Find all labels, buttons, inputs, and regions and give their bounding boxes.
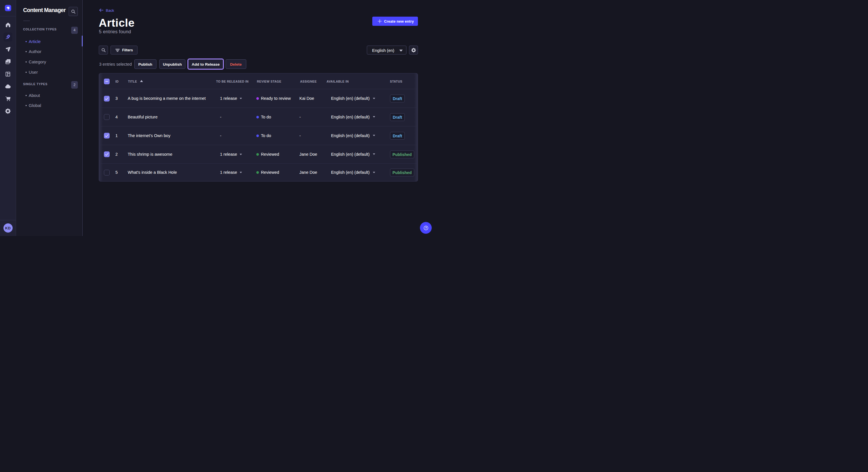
svg-text:?: ? [425, 226, 427, 230]
